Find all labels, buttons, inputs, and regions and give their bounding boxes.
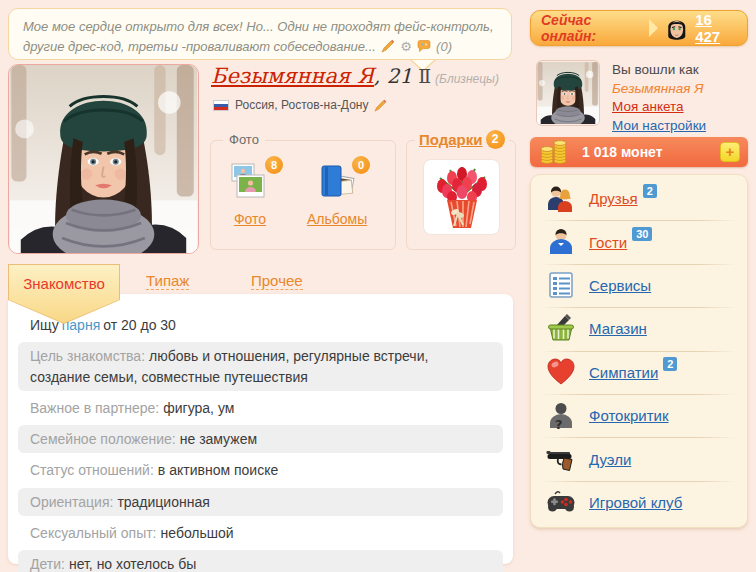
sidebar-menu-link[interactable]: Друзья (589, 190, 638, 207)
profile-photo[interactable] (8, 64, 199, 254)
profile-age: , 21 (374, 64, 412, 88)
albums-block: 0 Альбомы (307, 163, 367, 228)
shop-icon (545, 313, 577, 345)
sidebar-username: Безымянная Я (612, 80, 706, 99)
photos-link[interactable]: Фото (234, 211, 266, 227)
friends-icon (545, 183, 577, 215)
sidebar-menu-item[interactable]: Симпатии 2 (531, 351, 747, 394)
coin-amount: 1 018 монет (582, 144, 720, 160)
coins-bar: 1 018 монет + (530, 137, 748, 167)
sidebar-menu-link[interactable]: Игровой клуб (589, 494, 682, 511)
count-badge: 2 (663, 357, 677, 371)
sidebar-menu-item[interactable]: Дуэли (531, 437, 747, 480)
gifts-count-badge: 2 (486, 130, 505, 149)
my-profile-link[interactable]: Моя анкета (612, 99, 684, 114)
online-now-panel: Сейчас онлайн: 16 427 (530, 10, 748, 46)
sidebar-menu-item[interactable]: Друзья 2 (531, 177, 747, 220)
photo-stack-icon[interactable] (229, 163, 271, 201)
gear-icon[interactable]: ⚙ (400, 39, 412, 54)
detail-value: в активном поиске (158, 462, 278, 478)
profile-detail-row: Цель знакомства:любовь и отношения, регу… (18, 342, 503, 391)
sidebar-menu-link[interactable]: Гости (589, 234, 627, 251)
logged-in-as-label: Вы вошли как (612, 61, 706, 80)
gameclub-icon (545, 486, 577, 518)
location-row: Россия, Ростов-на-Дону (213, 98, 387, 112)
sidebar-menu-item[interactable]: Гости 30 (531, 220, 747, 263)
status-message-bubble: Мое мое сердце открыто для всех! Но... О… (8, 8, 512, 60)
online-count-link[interactable]: 16 427 (695, 11, 737, 45)
edit-pencil-icon[interactable] (381, 39, 395, 53)
sidebar-menu-link[interactable]: Дуэли (589, 451, 631, 468)
sidebar-menu-link[interactable]: Магазин (589, 320, 647, 337)
guests-icon (545, 226, 577, 258)
detail-value: нет, но хотелось бы (69, 556, 196, 572)
profile-detail-row: Статус отношений:в активном поиске (18, 456, 503, 484)
services-icon (545, 269, 577, 301)
gifts-link[interactable]: Подарки (419, 131, 483, 148)
chat-bubble-icon[interactable] (417, 39, 431, 53)
count-badge: 2 (643, 184, 657, 198)
sidebar-menu-item[interactable]: Игровой клуб (531, 481, 747, 524)
profile-detail-row: Важное в партнере:фигура, ум (18, 394, 503, 422)
profile-detail-row: Семейное положение:не замужем (18, 425, 503, 453)
detail-value: традиционная (117, 494, 209, 510)
count-badge: 30 (632, 227, 652, 241)
seeking-range: от 20 до 30 (103, 317, 176, 333)
detail-label: Цель знакомства: (30, 348, 145, 364)
photos-legend: Фото (223, 132, 265, 147)
tab-prochee[interactable]: Прочее (251, 272, 303, 290)
sidebar-menu-link[interactable]: Симпатии (589, 364, 658, 381)
photo-count-badge: 8 (265, 156, 283, 174)
sidebar-menu-link[interactable]: Фотокритик (589, 407, 669, 424)
profile-detail-row: Дети:нет, но хотелось бы (18, 550, 503, 572)
gift-tulips-image[interactable] (423, 159, 500, 235)
logged-in-block: Вы вошли как Безымянная Я Моя анкета Мои… (612, 61, 706, 135)
detail-label: Семейное положение: (30, 431, 176, 447)
profile-detail-row: Сексуальный опыт:небольшой (18, 519, 503, 547)
detail-value: фигура, ум (163, 400, 234, 416)
albums-link[interactable]: Альбомы (307, 211, 367, 227)
sidebar-menu-item[interactable]: Сервисы (531, 264, 747, 307)
detail-value: не замужем (180, 431, 257, 447)
zodiac-name: (Близнецы) (435, 72, 499, 86)
arrow-right-icon (649, 19, 658, 37)
photocritic-icon: ? (545, 400, 577, 432)
online-now-label: Сейчас онлайн: (541, 12, 641, 44)
duels-icon (545, 443, 577, 475)
russia-flag-icon (213, 100, 229, 111)
add-coins-button[interactable]: + (720, 142, 740, 162)
photos-block: 8 Фото (229, 163, 271, 228)
sidebar-avatar[interactable] (536, 60, 600, 126)
tab-tipazh[interactable]: Типаж (146, 272, 189, 290)
profile-details-panel: Ищупарняот 20 до 30 Цель знакомства:любо… (8, 294, 513, 564)
photos-section: Фото 8 Фото 0 Альбомы (210, 140, 396, 250)
profile-detail-row: Ориентация:традиционная (18, 488, 503, 516)
edit-location-pencil-icon[interactable] (374, 99, 387, 112)
coins-icon (538, 140, 572, 164)
my-settings-link[interactable]: Мои настройки (612, 118, 706, 133)
profile-name-link[interactable]: Безымянная Я (211, 64, 374, 88)
comments-count[interactable]: (0) (436, 39, 452, 54)
svg-text:?: ? (555, 417, 563, 432)
gifts-section: Подарки 2 (406, 140, 516, 250)
online-avatar-icon (664, 14, 690, 42)
sidebar-menu-item[interactable]: Магазин (531, 307, 747, 350)
sidebar-menu-item[interactable]: ? Фотокритик (531, 394, 747, 437)
sidebar-menu-link[interactable]: Сервисы (589, 277, 651, 294)
detail-label: Важное в партнере: (30, 400, 159, 416)
detail-label: Дети: (30, 556, 65, 572)
heart-icon (545, 356, 577, 388)
location-text: Россия, Ростов-на-Дону (235, 98, 368, 112)
profile-header: Безымянная Я, 21Ⅱ(Близнецы) (211, 64, 499, 88)
seeking-row: Ищупарняот 20 до 30 (18, 311, 503, 339)
gemini-zodiac-icon: Ⅱ (418, 65, 431, 87)
albums-count-badge: 0 (352, 156, 370, 174)
detail-label: Статус отношений: (30, 462, 154, 478)
detail-label: Сексуальный опыт: (30, 525, 157, 541)
detail-label: Ориентация: (30, 494, 113, 510)
sidebar-menu: Друзья 2 Гости 30 Сервисы Магазин Симпат… (530, 174, 748, 528)
detail-value: небольшой (161, 525, 234, 541)
